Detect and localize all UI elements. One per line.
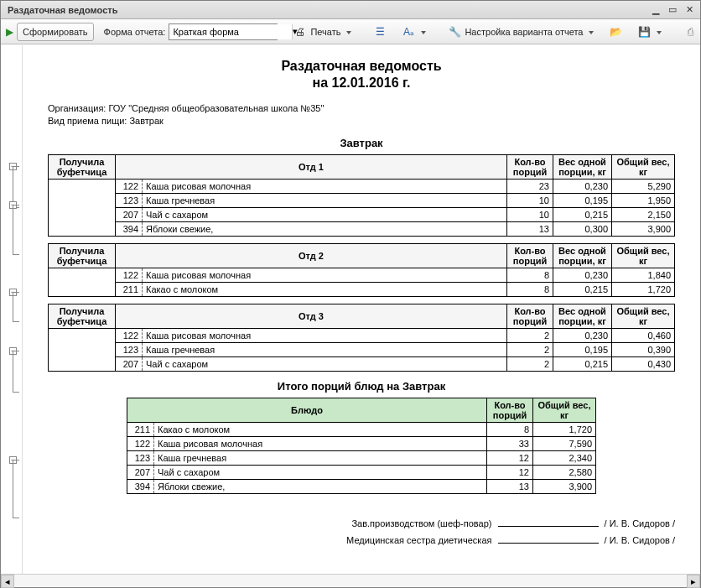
save-button[interactable]: 💾 [631,23,667,41]
dept-table: Получила буфетчица Отд 3 Кол-во порций В… [48,304,675,372]
col-w2: Общий вес, кг [612,304,675,328]
cell-name: Каша рисовая молочная [143,179,507,193]
cell-w2: 0,390 [612,342,675,356]
org-value: ГОУ "Средняя общеобразовательная школа №… [108,103,324,113]
col-dish: Блюдо [127,398,487,422]
table-row: 122 Каша рисовая молочная 33 7,590 [127,436,596,450]
col-w2: Общий вес, кг [533,398,596,422]
wrench-icon: 🔧 [448,25,461,39]
cell-w1: 0,230 [553,328,612,342]
scroll-left-button[interactable]: ◂ [1,575,14,588]
cell-qty: 10 [507,207,553,221]
col-dept: Отд 1 [116,154,507,179]
scroll-track[interactable] [14,575,687,587]
cell-w1: 0,195 [553,193,612,207]
dropdown-icon [344,27,351,37]
report-form-input[interactable] [169,24,292,39]
nurse-name: / И. В. Сидоров / [605,535,675,545]
cell-w2: 2,580 [533,465,596,479]
table-header-row: Получила буфетчица Отд 3 Кол-во порций В… [49,304,675,328]
table-row: 207 Чай с сахаром 2 0,215 0,430 [49,356,675,371]
cell-name: Яблоки свежие, [143,221,507,236]
col-buf: Получила буфетчица [49,154,116,179]
col-dept: Отд 3 [116,304,507,328]
cell-code: 122 [116,268,143,282]
col-qty: Кол-во порций [507,243,553,268]
maximize-button[interactable]: ▭ [665,3,680,17]
table-row: 207 Чай с сахаром 12 2,580 [127,465,596,479]
cell-w1: 0,215 [553,356,612,371]
window: Раздаточная ведомость ▁ ▭ ✕ ▶ Сформирова… [0,0,701,588]
cell-w2: 5,290 [612,179,675,193]
table-header-row: Блюдо Кол-во порций Общий вес, кг [127,398,596,422]
cell-code: 394 [116,221,143,236]
col-w2: Общий вес, кг [612,243,675,268]
outline-bracket [13,460,19,518]
signature-line [498,526,599,527]
cell-code: 207 [116,207,143,221]
cell-qty: 10 [507,193,553,207]
font-icon: Aₐ [402,25,415,39]
chef-label: Зав.производством (шеф-повар) [351,518,491,528]
settings-label: Настройка варианта отчета [465,27,583,37]
report-form-combo[interactable]: ▾ [169,23,278,40]
form-label: Форма отчета: [104,27,166,37]
col-qty: Кол-во порций [487,398,533,422]
content-area: − − − − − Раздаточная ведомость на 12.01… [1,44,700,574]
totals-title: Итого порций блюд на Завтрак [48,380,675,393]
cell-code: 123 [116,342,143,356]
cell-w1: 0,215 [553,207,612,221]
columns-button[interactable]: ☰ [367,23,392,41]
report-settings-button[interactable]: 🔧 Настройка варианта отчета [442,23,600,41]
page-icon: ⎙ [683,25,697,39]
doc-meta: Организация: ГОУ "Средняя общеобразовате… [48,102,675,128]
table-header-row: Получила буфетчица Отд 2 Кол-во порций В… [49,243,675,268]
cell-w2: 2,150 [612,207,675,221]
cell-code: 394 [127,479,154,493]
cell-w1: 0,195 [553,342,612,356]
table-row: 394 Яблоки свежие, 13 0,300 3,900 [49,221,675,236]
cell-w2: 1,840 [612,268,675,282]
cell-code: 122 [116,179,143,193]
col-qty: Кол-во порций [507,304,553,328]
cell-name: Чай с сахаром [154,465,487,479]
close-button[interactable]: ✕ [682,3,697,17]
cell-code: 122 [116,328,143,342]
cell-buf [49,268,116,296]
col-w1: Вес одной порции, кг [553,154,612,179]
signatures-block: Зав.производством (шеф-повар) / И. В. Си… [48,516,675,549]
cell-qty: 12 [487,465,533,479]
cell-w1: 0,230 [553,268,612,282]
minimize-button[interactable]: ▁ [648,3,663,17]
cell-w2: 1,950 [612,193,675,207]
cell-qty: 13 [487,479,533,493]
cell-name: Чай с сахаром [143,207,507,221]
cell-name: Чай с сахаром [143,356,507,371]
org-label: Организация: [48,103,106,113]
cell-qty: 8 [487,422,533,436]
form-button[interactable]: Сформировать [17,23,94,41]
table-row: 123 Каша гречневая 2 0,195 0,390 [49,342,675,356]
table-row: 211 Какао с молоком 8 1,720 [127,422,596,436]
title-bar: Раздаточная ведомость ▁ ▭ ✕ [1,1,700,19]
cell-name: Каша рисовая молочная [154,436,487,450]
cell-code: 207 [116,356,143,371]
cell-buf [49,179,116,236]
cell-code: 211 [127,422,154,436]
cell-w1: 0,215 [553,282,612,296]
doc-date: на 12.01.2016 г. [48,75,675,91]
font-button[interactable]: Aₐ [396,23,432,41]
print-button[interactable]: 🖨 Печать [288,23,357,41]
cell-qty: 23 [507,179,553,193]
dept-table: Получила буфетчица Отд 2 Кол-во порций В… [48,243,675,297]
horizontal-scrollbar[interactable]: ◂ ▸ [1,574,700,587]
cell-w2: 0,460 [612,328,675,342]
scroll-right-button[interactable]: ▸ [687,575,700,588]
cell-name: Каша рисовая молочная [143,328,507,342]
col-w1: Вес одной порции, кг [553,243,612,268]
meal-section-title: Завтрак [48,137,675,149]
tool1-button[interactable]: ⎙ [678,23,701,41]
open-button[interactable]: 📂 [603,23,628,41]
cell-name: Какао с молоком [143,282,507,296]
col-qty: Кол-во порций [507,154,553,179]
